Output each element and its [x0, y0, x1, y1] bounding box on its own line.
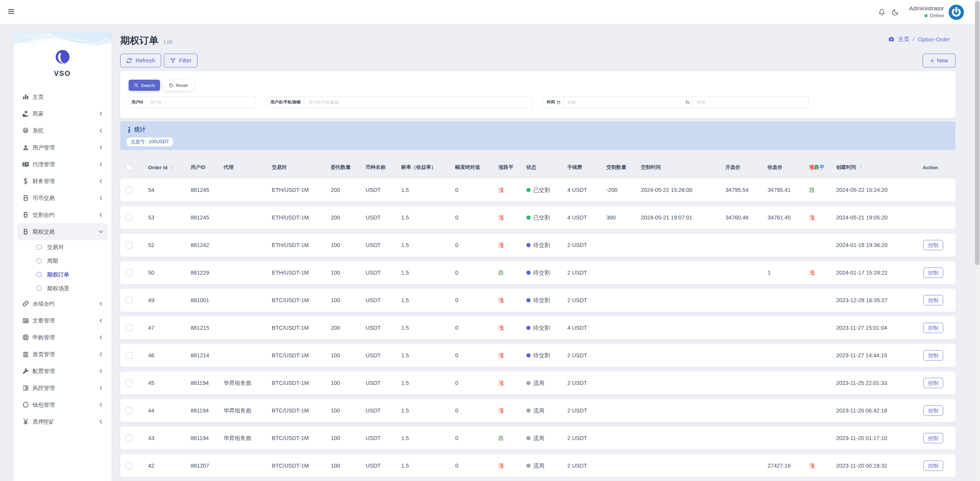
sidebar-subitem-交易对[interactable]: 交易对	[13, 240, 111, 254]
cell-direction: 涨	[498, 352, 504, 359]
sidebar-item-配置管理[interactable]: 配置管理	[13, 363, 111, 380]
reset-button[interactable]: Reset	[163, 80, 193, 91]
sidebar-item-label: 配置管理	[33, 368, 55, 375]
sidebar-subitem-周期[interactable]: 周期	[13, 254, 111, 268]
row-checkbox[interactable]	[126, 297, 132, 304]
control-button[interactable]: 控制	[923, 406, 943, 416]
control-button[interactable]: 控制	[923, 461, 943, 471]
chevron-left-icon	[99, 213, 103, 217]
cell-amount: 200	[331, 214, 340, 221]
sidebar-item-申购管理[interactable]: 申购管理	[13, 329, 111, 346]
time-to-input[interactable]	[693, 97, 808, 108]
search-button[interactable]: Search	[129, 80, 160, 91]
table-row-order-47: 47881215BTC/USDT-1M200USDT1.50涨待交割4 USDT…	[120, 316, 956, 339]
cell-amount: 100	[331, 352, 340, 358]
row-checkbox[interactable]	[126, 324, 132, 331]
table-row-order-42: 42881207BTC/USDT-1M100USDT1.50涨流局2 USDT2…	[120, 454, 956, 477]
control-button[interactable]: 控制	[923, 323, 943, 333]
wrench-icon	[22, 367, 29, 375]
sidebar-item-财务管理[interactable]: 财务管理	[13, 173, 111, 190]
select-all-checkbox[interactable]	[126, 164, 132, 171]
column-header-创建时间[interactable]: 创建时间↑	[836, 164, 862, 171]
sidebar-item-永续合约[interactable]: 永续合约	[13, 295, 111, 312]
table-row-order-52: 52881242ETH/USDT-1M100USDT1.50涨待交割2 USDT…	[120, 234, 956, 257]
cell-direction: 跌	[498, 269, 504, 276]
user-name-input[interactable]	[304, 97, 532, 108]
sidebar-item-期权交易[interactable]: 期权交易	[17, 223, 108, 240]
cell-agent: 华昇组丧彪	[224, 435, 252, 442]
row-checkbox[interactable]	[126, 187, 132, 193]
cell-status: 待交割	[526, 324, 550, 332]
row-checkbox[interactable]	[126, 352, 132, 359]
sidebar-item-首页管理[interactable]: 首页管理	[13, 346, 111, 363]
sidebar-item-label: 质押挖矿	[33, 418, 55, 425]
reset-icon	[169, 83, 173, 88]
column-header-Order Id[interactable]: Order Id↑	[148, 164, 174, 170]
row-checkbox[interactable]	[126, 407, 132, 414]
cell-fee: 2 USDT	[567, 242, 587, 248]
chevron-left-icon	[99, 129, 103, 133]
dollar-icon	[22, 177, 29, 185]
dark-mode-moon-icon[interactable]	[892, 9, 899, 16]
row-checkbox[interactable]	[126, 214, 132, 221]
cell-order-id: 54	[148, 187, 154, 193]
breadcrumb-home-link[interactable]: 主页	[898, 36, 909, 43]
notifications-bell-icon[interactable]	[878, 9, 885, 16]
sidebar-item-文章管理[interactable]: 文章管理	[13, 312, 111, 329]
sidebar-item-主页[interactable]: 主页	[13, 88, 111, 105]
life-ring-icon	[22, 334, 29, 341]
sidebar-item-钱包管理[interactable]: 钱包管理	[13, 396, 111, 413]
sidebar-item-商家[interactable]: 商家	[13, 105, 111, 122]
user-id-input[interactable]	[145, 97, 256, 108]
control-button[interactable]: 控制	[923, 268, 943, 278]
bitcoin-icon	[22, 228, 29, 236]
sidebar-subitem-期权订单[interactable]: 期权订单	[13, 268, 111, 281]
control-button[interactable]: 控制	[923, 295, 943, 306]
page-scrollbar-track[interactable]	[975, 0, 980, 481]
page-scrollbar-thumb[interactable]	[975, 1, 980, 265]
cell-amplitude: 0	[455, 435, 458, 441]
cell-coin: USDT	[366, 435, 381, 441]
filter-button[interactable]: Filter	[164, 54, 198, 67]
time-from-input[interactable]	[563, 97, 682, 108]
brand[interactable]: VSO	[13, 33, 111, 78]
hamburger-menu-icon[interactable]	[8, 9, 14, 14]
row-checkbox[interactable]	[126, 435, 132, 442]
status-dot-gray	[526, 381, 531, 385]
cell-order-id: 45	[148, 380, 154, 386]
control-button[interactable]: 控制	[923, 240, 943, 250]
circle-ring-icon	[36, 244, 42, 250]
sidebar-item-用户管理[interactable]: 用户管理	[13, 139, 111, 156]
control-button[interactable]: 控制	[923, 433, 943, 443]
control-button[interactable]: 控制	[923, 350, 943, 361]
sidebar-item-币币交易[interactable]: 币币交易	[13, 190, 111, 206]
reset-label: Reset	[176, 83, 188, 88]
total-pl-chip: 总盈亏: -100USDT	[127, 137, 173, 146]
sidebar-item-label: 期权交易	[33, 228, 55, 236]
row-checkbox[interactable]	[126, 269, 132, 276]
avatar[interactable]	[949, 5, 964, 20]
user-menu[interactable]: Administrator Online	[909, 5, 944, 19]
table-body: 54881245ETH/USDT-1M200USDT1.50涨已交割4 USDT…	[120, 178, 956, 477]
refresh-button[interactable]: Refresh	[120, 54, 161, 67]
time-label-text: 时间	[547, 100, 555, 105]
cell-user-id: 881245	[191, 187, 209, 193]
sidebar-item-交割合约[interactable]: 交割合约	[13, 206, 111, 223]
sidebar-subitem-期权场景[interactable]: 期权场景	[13, 281, 111, 295]
sidebar-item-代理管理[interactable]: 代理管理	[13, 156, 111, 173]
cell-direction: 涨	[498, 380, 504, 387]
column-header-状态: 状态	[526, 164, 536, 171]
cell-odds: 1.5	[401, 325, 409, 331]
sidebar-item-系统[interactable]: 系统	[13, 122, 111, 139]
row-checkbox[interactable]	[126, 380, 132, 386]
sidebar-item-质押挖矿[interactable]: 质押挖矿	[13, 413, 111, 430]
row-checkbox[interactable]	[126, 462, 132, 469]
control-button[interactable]: 控制	[923, 378, 943, 388]
cell-agent: 华昇组丧彪	[224, 380, 252, 387]
sidebar-item-风控管理[interactable]: 风控管理	[13, 380, 111, 396]
new-button[interactable]: + New	[923, 54, 956, 67]
cell-open-price: 34760.46	[725, 214, 748, 221]
row-checkbox[interactable]	[126, 242, 132, 249]
cell-amplitude: 0	[455, 214, 458, 221]
filter-label: Filter	[179, 57, 191, 64]
